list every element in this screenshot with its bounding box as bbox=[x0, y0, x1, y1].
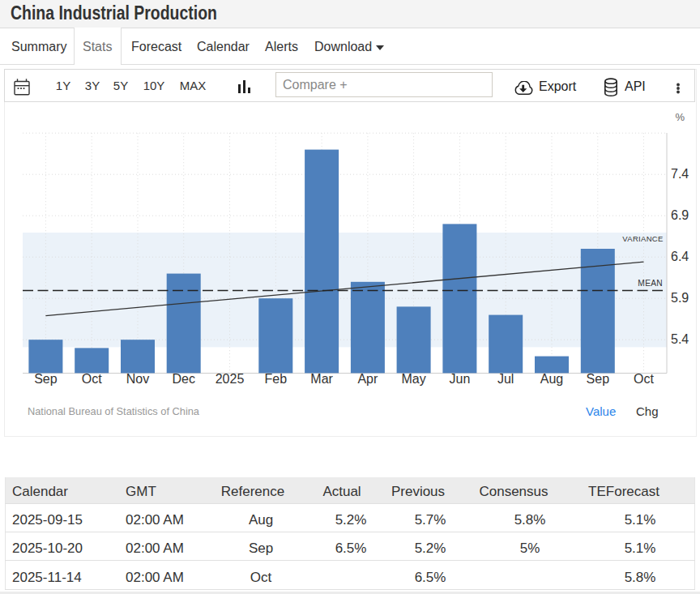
svg-text:Jun: Jun bbox=[450, 372, 471, 386]
svg-text:Feb: Feb bbox=[265, 372, 288, 386]
svg-text:Aug: Aug bbox=[540, 372, 563, 386]
svg-text:7.4: 7.4 bbox=[671, 167, 689, 181]
svg-text:%: % bbox=[675, 111, 685, 123]
svg-text:6.4: 6.4 bbox=[671, 250, 689, 263]
svg-text:Sep: Sep bbox=[34, 372, 58, 386]
svg-text:Dec: Dec bbox=[172, 372, 194, 386]
svg-text:6.9: 6.9 bbox=[671, 208, 689, 222]
svg-text:2025: 2025 bbox=[216, 372, 245, 386]
svg-text:Sep: Sep bbox=[587, 372, 610, 386]
svg-text:Oct: Oct bbox=[634, 372, 654, 386]
svg-text:Mar: Mar bbox=[310, 372, 333, 386]
svg-text:MEAN: MEAN bbox=[638, 279, 663, 288]
svg-text:Nov: Nov bbox=[126, 372, 149, 386]
svg-text:VARIANCE: VARIANCE bbox=[622, 234, 663, 243]
svg-text:5.4: 5.4 bbox=[671, 332, 689, 346]
svg-text:5.9: 5.9 bbox=[671, 291, 689, 305]
svg-text:Apr: Apr bbox=[357, 372, 378, 386]
svg-text:May: May bbox=[401, 372, 425, 386]
svg-text:Jul: Jul bbox=[497, 372, 514, 386]
svg-text:Oct: Oct bbox=[82, 372, 102, 386]
